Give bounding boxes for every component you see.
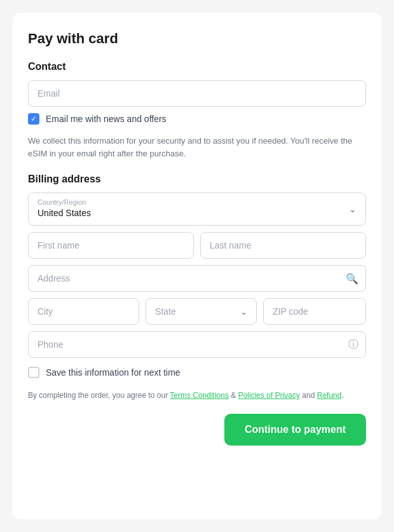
legal-text-between2: and [300, 391, 317, 400]
zip-field[interactable] [263, 298, 366, 325]
newsletter-checkbox-row: ✓ Email me with news and offers [28, 113, 366, 125]
save-info-label: Save this information for next time [46, 367, 180, 378]
phone-wrapper: ⓘ [28, 331, 366, 358]
newsletter-label: Email me with news and offers [46, 114, 166, 124]
legal-text: By completing the order, you agree to ou… [28, 390, 366, 401]
chevron-down-icon: ⌄ [349, 204, 357, 214]
continue-to-payment-button[interactable]: Continue to payment [224, 414, 366, 446]
page-title: Pay with card [28, 31, 366, 47]
email-group [28, 80, 366, 107]
terms-link[interactable]: Terms Conditions [170, 391, 229, 400]
search-icon: 🔍 [346, 273, 358, 285]
country-select[interactable]: Country/Region United States ⌄ [28, 193, 366, 226]
info-text: We collect this information for your sec… [28, 135, 366, 160]
legal-text-before: By completing the order, you agree to ou… [28, 391, 170, 400]
privacy-link[interactable]: Policies of Privacy [238, 391, 300, 400]
contact-section: Contact ✓ Email me with news and offers … [28, 61, 366, 160]
payment-card: Pay with card Contact ✓ Email me with ne… [13, 13, 381, 519]
state-select[interactable]: State ⌄ [146, 298, 257, 325]
name-row [28, 232, 366, 259]
save-info-checkbox[interactable] [28, 367, 39, 378]
contact-section-title: Contact [28, 61, 366, 72]
address-wrapper: 🔍 [28, 265, 366, 292]
first-name-field[interactable] [28, 232, 194, 259]
legal-text-after: . [341, 391, 343, 400]
billing-section-title: Billing address [28, 174, 366, 185]
last-name-field[interactable] [200, 232, 366, 259]
country-label: Country/Region [37, 198, 357, 206]
billing-section: Billing address Country/Region United St… [28, 174, 366, 378]
refund-link[interactable]: Refund [317, 391, 342, 400]
state-placeholder: State [155, 306, 176, 317]
address-field[interactable] [28, 265, 366, 292]
chevron-down-icon: ⌄ [240, 307, 247, 317]
save-info-row: Save this information for next time [28, 367, 366, 378]
city-state-zip-row: State ⌄ [28, 298, 366, 325]
checkmark-icon: ✓ [31, 115, 37, 123]
phone-field[interactable] [28, 331, 366, 358]
help-icon[interactable]: ⓘ [348, 338, 358, 351]
country-value: United States [37, 208, 91, 218]
newsletter-checkbox[interactable]: ✓ [28, 113, 39, 125]
legal-text-between1: & [229, 391, 238, 400]
city-field[interactable] [28, 298, 139, 325]
email-field[interactable] [28, 80, 366, 107]
